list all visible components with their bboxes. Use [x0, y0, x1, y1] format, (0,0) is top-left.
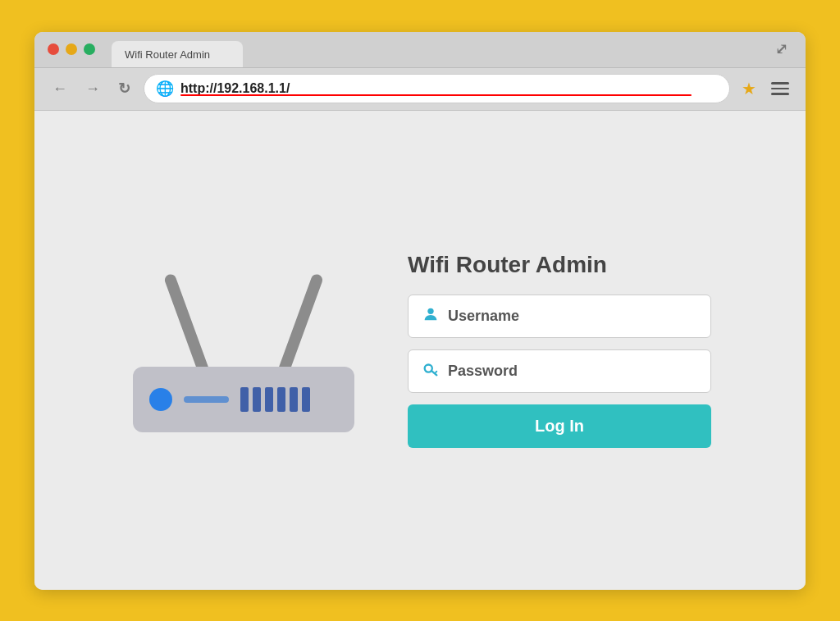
router-port — [290, 387, 298, 412]
address-bar[interactable]: 🌐 http://192.168.1.1/ — [144, 74, 730, 103]
router-port — [253, 387, 261, 412]
password-icon — [422, 360, 440, 382]
menu-line-3 — [771, 93, 789, 95]
forward-button[interactable]: → — [80, 77, 105, 101]
menu-line-1 — [771, 82, 789, 84]
fullscreen-button[interactable]: ⤢ — [770, 37, 792, 62]
bookmark-button[interactable]: ★ — [738, 79, 760, 98]
router-illustration — [129, 268, 358, 432]
antennas — [199, 268, 288, 375]
svg-line-3 — [436, 372, 437, 373]
password-field[interactable]: Password — [408, 349, 711, 393]
browser-window: Wifi Router Admin ⤢ ← → ↻ 🌐 http://192.1… — [34, 32, 806, 590]
password-placeholder: Password — [448, 363, 518, 380]
login-button[interactable]: Log In — [408, 404, 711, 448]
router-led — [149, 388, 172, 411]
router-port — [277, 387, 285, 412]
browser-toolbar: ← → ↻ 🌐 http://192.168.1.1/ ★ — [34, 68, 806, 111]
maximize-button[interactable] — [84, 43, 95, 55]
tab-label: Wifi Router Admin — [125, 48, 210, 61]
tab-area: Wifi Router Admin — [112, 32, 243, 67]
url-underline — [180, 94, 692, 96]
page-title: Wifi Router Admin — [408, 252, 711, 278]
username-placeholder: Username — [448, 308, 519, 325]
close-button[interactable] — [48, 43, 59, 55]
router-port — [240, 387, 249, 412]
minimize-button[interactable] — [66, 43, 77, 55]
page-content: Wifi Router Admin Username — [34, 111, 806, 590]
router-bar — [184, 396, 229, 403]
antenna-right — [276, 272, 324, 377]
svg-point-0 — [427, 308, 433, 314]
username-field[interactable]: Username — [408, 295, 711, 338]
login-panel: Wifi Router Admin Username — [408, 252, 711, 448]
refresh-button[interactable]: ↻ — [113, 76, 135, 101]
antenna-left — [163, 272, 211, 377]
router-body — [133, 367, 354, 432]
back-button[interactable]: ← — [48, 77, 72, 101]
globe-icon: 🌐 — [156, 80, 174, 98]
router-ports — [240, 387, 310, 412]
router-port — [302, 387, 310, 412]
browser-titlebar: Wifi Router Admin ⤢ — [34, 32, 806, 68]
browser-tab[interactable]: Wifi Router Admin — [112, 41, 243, 67]
username-icon — [422, 305, 440, 327]
menu-line-2 — [771, 88, 789, 90]
menu-button[interactable] — [768, 77, 792, 100]
router-port — [265, 387, 273, 412]
